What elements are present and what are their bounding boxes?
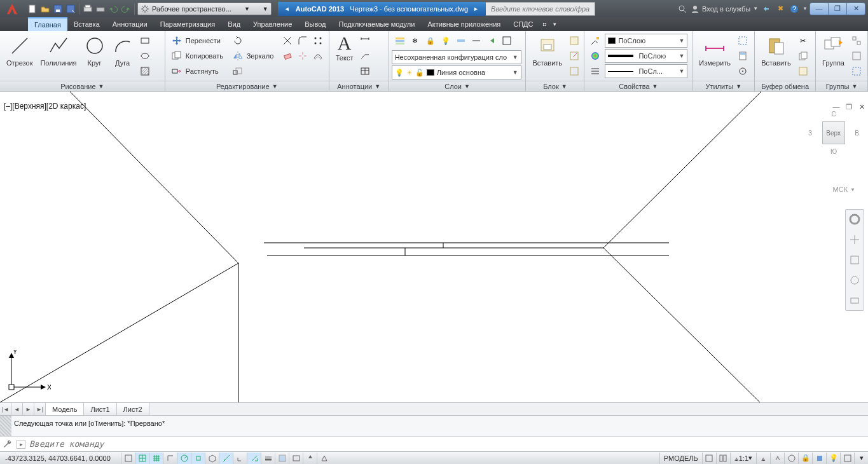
layer-iso-icon[interactable] bbox=[454, 34, 468, 48]
current-layer-combo[interactable]: 💡☀🔓 Линия основна▼ bbox=[392, 65, 521, 79]
layer-state-icon[interactable] bbox=[500, 34, 514, 48]
sb-trans-icon[interactable] bbox=[275, 453, 289, 464]
explode-icon[interactable] bbox=[296, 49, 310, 63]
pasteblock-icon[interactable] bbox=[796, 64, 810, 78]
showmotion-icon[interactable] bbox=[848, 294, 862, 308]
leader-icon[interactable] bbox=[358, 49, 372, 63]
panel-modify-title[interactable]: Редактирование▼ bbox=[165, 81, 329, 91]
tab-prev-icon[interactable]: ◄ bbox=[11, 403, 23, 415]
sb-osnap-icon[interactable] bbox=[191, 453, 205, 464]
ellipse-icon[interactable] bbox=[138, 49, 152, 63]
arc-button[interactable]: Дуга bbox=[109, 32, 137, 68]
qat-undo-icon[interactable] bbox=[107, 3, 119, 15]
polyline-button[interactable]: Полилиния bbox=[36, 32, 80, 68]
sb-dyn-icon[interactable] bbox=[247, 453, 261, 464]
title-next-icon[interactable]: ► bbox=[473, 6, 479, 12]
rectangle-icon[interactable] bbox=[138, 34, 152, 48]
command-input[interactable] bbox=[29, 439, 865, 449]
scale-button[interactable] bbox=[230, 64, 278, 78]
qat-open-icon[interactable] bbox=[39, 3, 51, 15]
tab-plugins[interactable]: Подключаемые модули bbox=[333, 17, 422, 31]
zoom-extents-icon[interactable] bbox=[848, 253, 862, 267]
workspace-combo[interactable]: Рабочее пространство... ▼ ▼ bbox=[137, 3, 272, 15]
tab-layout2[interactable]: Лист2 bbox=[117, 403, 149, 415]
tab-model[interactable]: Модель bbox=[46, 403, 84, 415]
viewcube[interactable]: С ЗВерхВ Ю bbox=[808, 111, 859, 155]
block-insert-button[interactable]: Вставить bbox=[528, 32, 566, 68]
panel-props-title[interactable]: Свойства▼ bbox=[584, 81, 692, 91]
panel-annot-title[interactable]: Аннотации▼ bbox=[329, 81, 389, 91]
prop-ltype-combo[interactable]: ПоСл...▼ bbox=[605, 64, 687, 78]
qat-plot-icon[interactable] bbox=[82, 3, 93, 15]
group-button[interactable]: Группа bbox=[818, 32, 848, 68]
sb-qp-icon[interactable] bbox=[289, 453, 303, 464]
ungroup-icon[interactable] bbox=[850, 34, 864, 48]
quickcalc-icon[interactable] bbox=[736, 49, 750, 63]
tab-manage[interactable]: Управление bbox=[247, 17, 298, 31]
rotate-button[interactable] bbox=[230, 34, 278, 48]
panel-draw-title[interactable]: Рисование▼ bbox=[0, 81, 165, 91]
dim-linear-icon[interactable] bbox=[358, 34, 372, 48]
cmd-gutter[interactable] bbox=[0, 416, 11, 436]
sb-ducs-icon[interactable] bbox=[233, 453, 247, 464]
sb-infer-icon[interactable] bbox=[121, 453, 135, 464]
qat-new-icon[interactable] bbox=[27, 3, 38, 15]
sb-ws-switch-icon[interactable] bbox=[784, 453, 798, 464]
tab-last-icon[interactable]: ►| bbox=[34, 403, 46, 415]
steering-wheel-icon[interactable] bbox=[848, 212, 862, 226]
fillet-icon[interactable] bbox=[296, 34, 310, 48]
pan-icon[interactable] bbox=[848, 233, 862, 247]
tab-main[interactable]: Главная bbox=[28, 17, 67, 31]
sb-quickview2-icon[interactable] bbox=[716, 453, 730, 464]
tab-first-icon[interactable]: |◄ bbox=[0, 403, 11, 415]
prop-layer-combo[interactable]: ПоСлою▼ bbox=[605, 34, 687, 48]
search-box[interactable] bbox=[486, 2, 595, 16]
sb-hardware-icon[interactable] bbox=[812, 453, 826, 464]
copy-clip-icon[interactable] bbox=[796, 49, 810, 63]
layer-props-icon[interactable] bbox=[393, 34, 407, 48]
cmd-config-icon[interactable] bbox=[3, 439, 13, 449]
sb-snap-icon[interactable] bbox=[135, 453, 149, 464]
sb-space-label[interactable]: РМОДЕЛЬ bbox=[659, 453, 702, 464]
close-button[interactable]: ✕ bbox=[846, 3, 865, 15]
erase-icon[interactable] bbox=[280, 49, 294, 63]
maximize-button[interactable]: ❐ bbox=[828, 3, 847, 15]
sb-polar-icon[interactable] bbox=[177, 453, 191, 464]
panel-group-title[interactable]: Группы▼ bbox=[816, 81, 867, 91]
cmd-recent-icon[interactable]: ▸ bbox=[17, 440, 25, 449]
mirror-button[interactable]: Зеркало bbox=[230, 49, 278, 63]
circle-button[interactable]: Круг bbox=[81, 32, 109, 68]
sb-clean-icon[interactable] bbox=[840, 453, 854, 464]
qat-print-icon[interactable] bbox=[95, 3, 106, 15]
minimize-button[interactable]: — bbox=[809, 3, 829, 15]
trim-icon[interactable] bbox=[280, 34, 294, 48]
app-logo[interactable] bbox=[0, 0, 24, 17]
sb-sc-icon[interactable] bbox=[303, 453, 317, 464]
tab-output[interactable]: Вывод bbox=[298, 17, 332, 31]
block-attr-icon[interactable] bbox=[567, 64, 581, 78]
search-input[interactable] bbox=[491, 5, 589, 13]
layer-off-icon[interactable]: 💡 bbox=[439, 34, 453, 48]
layer-match-icon[interactable] bbox=[469, 34, 483, 48]
hatch-icon[interactable] bbox=[138, 64, 152, 78]
prop-color-combo[interactable]: ПоСлою▼ bbox=[605, 49, 687, 63]
measure-button[interactable]: Измерить bbox=[695, 32, 734, 68]
selectall-icon[interactable] bbox=[736, 34, 750, 48]
block-create-icon[interactable] bbox=[567, 34, 581, 48]
sb-ortho-icon[interactable] bbox=[163, 453, 177, 464]
stretch-button[interactable]: Растянуть bbox=[169, 64, 228, 78]
move-button[interactable]: Перенести bbox=[169, 34, 228, 48]
tab-view[interactable]: Вид bbox=[221, 17, 247, 31]
cut-icon[interactable]: ✂ bbox=[796, 34, 810, 48]
sb-grid-icon[interactable] bbox=[149, 453, 163, 464]
matchprop-icon[interactable] bbox=[588, 34, 602, 48]
layer-state-combo[interactable]: Несохраненная конфигурация сло▼ bbox=[392, 50, 521, 64]
panel-util-title[interactable]: Утилиты▼ bbox=[692, 81, 754, 91]
text-button[interactable]: AТекст bbox=[332, 32, 357, 63]
coords-readout[interactable]: -43723.3125, 44703.6641, 0.0000 bbox=[0, 454, 121, 462]
orbit-icon[interactable] bbox=[848, 273, 862, 287]
offset-icon[interactable] bbox=[311, 49, 325, 63]
layer-freeze-icon[interactable]: ❄ bbox=[408, 34, 422, 48]
id-icon[interactable] bbox=[736, 64, 750, 78]
sb-am-icon[interactable] bbox=[317, 453, 331, 464]
